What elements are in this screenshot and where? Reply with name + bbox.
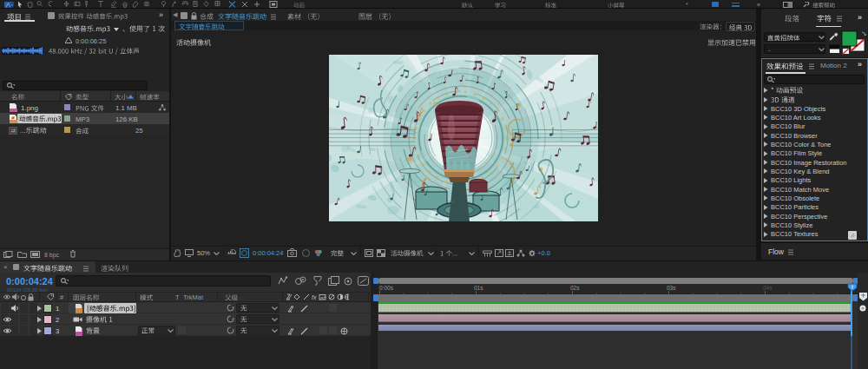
svg-text:fx: fx (312, 294, 317, 300)
